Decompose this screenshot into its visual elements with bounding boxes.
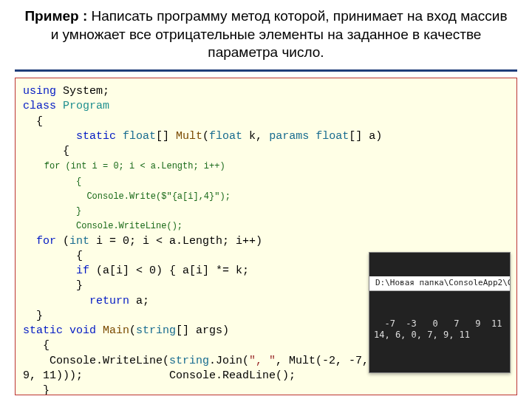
title-underline bbox=[15, 69, 517, 72]
brace-close-if: } bbox=[23, 279, 83, 292]
brace-open-main: { bbox=[23, 339, 50, 352]
txt-for-open: ( bbox=[56, 235, 69, 248]
console-titlebar: D:\Новая папка\ConsoleApp2\Co bbox=[369, 276, 510, 291]
txt-if-rest: (a[i] < 0) { a[i] *= k; bbox=[89, 265, 249, 277]
console-write-small: Console.Write($"{a[i],4}"); bbox=[23, 191, 231, 202]
kw-return: return bbox=[89, 295, 129, 307]
method-mult: Mult bbox=[176, 130, 202, 143]
txt-brack: [] bbox=[156, 130, 176, 143]
kw-class: class bbox=[23, 100, 56, 112]
txt-open: ( bbox=[202, 130, 209, 143]
txt-join: .Join( bbox=[209, 355, 249, 367]
str-comma: ", " bbox=[249, 355, 276, 367]
for-small: for (int i = 0; i < a.Length; i++) bbox=[23, 161, 225, 171]
txt-for-rest: i = 0; i < a.Length; i++) bbox=[89, 235, 262, 248]
txt-system: System; bbox=[56, 85, 109, 98]
brace-close-mult: } bbox=[23, 310, 43, 322]
brace-open-mult: { bbox=[23, 145, 69, 157]
txt-cw: Console.WriteLine( bbox=[23, 355, 169, 367]
type-string: string bbox=[136, 324, 176, 337]
kw-if: if bbox=[76, 265, 89, 277]
brace-close-main: } bbox=[23, 384, 50, 395]
kw-for: for bbox=[36, 235, 56, 248]
type-params: params float bbox=[269, 130, 349, 143]
txt-args: [] args) bbox=[176, 324, 229, 337]
code-block: using System; class Program { static flo… bbox=[15, 78, 517, 395]
console-output: -7 -3 0 7 9 11 14, 6, 0, 7, 9, 11 bbox=[369, 316, 510, 349]
type-string2: string bbox=[169, 355, 209, 367]
slide-title: Пример : Написать программу метод которо… bbox=[0, 0, 532, 66]
console-writeline-small: Console.WriteLine(); bbox=[23, 221, 183, 231]
kw-using: using bbox=[23, 85, 56, 98]
txt-k: k, bbox=[242, 130, 269, 143]
console-line1: -7 -3 0 7 9 11 bbox=[374, 318, 502, 329]
txt-mult-call2: 9, 11))); Console.ReadLine(); bbox=[23, 369, 296, 382]
txt-main-open: ( bbox=[129, 324, 136, 337]
method-main: Main bbox=[96, 324, 129, 337]
txt-a: [] a) bbox=[349, 130, 382, 143]
brace-close-small: } bbox=[23, 206, 81, 216]
console-line2: 14, 6, 0, 7, 9, 11 bbox=[374, 330, 470, 340]
type-float2: float bbox=[209, 130, 242, 143]
kw-static2: static bbox=[23, 324, 63, 337]
txt-return-a: a; bbox=[129, 295, 149, 307]
title-label: Пример : bbox=[24, 8, 87, 24]
console-window: D:\Новая папка\ConsoleApp2\Co -7 -3 0 7 … bbox=[369, 252, 511, 373]
brace-open-for: { bbox=[23, 250, 83, 262]
type-float: float bbox=[116, 130, 156, 143]
kw-void: void bbox=[63, 324, 96, 337]
kw-static: static bbox=[76, 130, 116, 143]
title-text: Написать программу метод которой, приним… bbox=[51, 8, 508, 60]
brace-open-class: { bbox=[23, 115, 43, 128]
brace-open-small: { bbox=[23, 177, 81, 187]
type-int: int bbox=[69, 235, 89, 248]
console-title-path: D:\Новая папка\ConsoleApp2\Co bbox=[375, 278, 510, 289]
cls-program: Program bbox=[56, 100, 109, 112]
